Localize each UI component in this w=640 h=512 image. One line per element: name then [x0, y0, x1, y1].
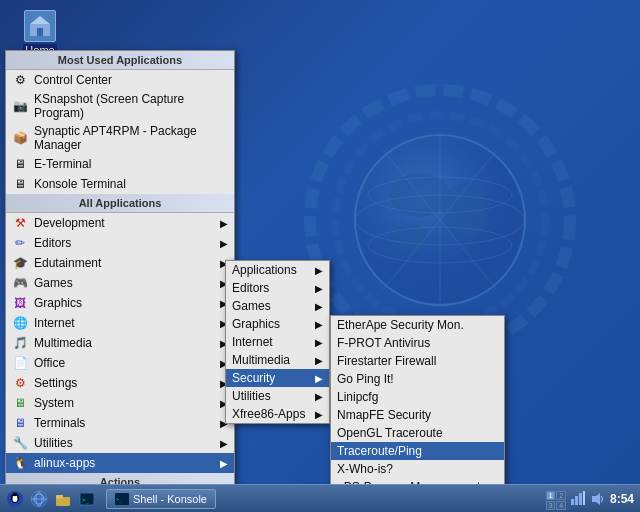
most-used-header: Most Used Applications [6, 51, 234, 70]
pager-cell-1[interactable]: 1 [546, 491, 556, 500]
systray-network-icon[interactable] [570, 491, 586, 507]
control-center-icon: ⚙ [12, 72, 28, 88]
menu-konsole[interactable]: 🖥 Konsole Terminal [6, 174, 234, 194]
arrow-icon: ▶ [315, 337, 323, 348]
taskbar-icon-folder[interactable] [52, 488, 74, 510]
sub2-applications[interactable]: Applications ▶ [226, 261, 329, 279]
taskbar-right: 1 2 3 4 8:54 [540, 491, 640, 507]
office-icon: 📄 [12, 355, 28, 371]
sub3-firestarter[interactable]: Firestarter Firewall [331, 352, 504, 370]
sub3-nmapfe[interactable]: NmapFE Security [331, 406, 504, 424]
sub2-security[interactable]: Security ▶ [226, 369, 329, 387]
taskbar-clock: 8:54 [610, 492, 634, 506]
sub2-graphics[interactable]: Graphics ▶ [226, 315, 329, 333]
systray-volume-icon[interactable] [590, 491, 606, 507]
all-apps-header: All Applications [6, 194, 234, 213]
menu-development[interactable]: ⚒ Development ▶ [6, 213, 234, 233]
pager[interactable]: 1 2 3 4 [546, 491, 566, 507]
terminals-icon: 🖥 [12, 415, 28, 431]
menu-system[interactable]: 🖥 System ▶ [6, 393, 234, 413]
desktop: Home Most Used Applications ⚙ Control Ce… [0, 0, 640, 512]
sub2-games[interactable]: Games ▶ [226, 297, 329, 315]
sub3-fprot[interactable]: F-PROT Antivirus [331, 334, 504, 352]
synaptic-icon: 📦 [12, 130, 28, 146]
svg-marker-34 [592, 493, 600, 505]
editors-icon: ✏ [12, 235, 28, 251]
svg-rect-30 [571, 499, 574, 505]
taskbar: >_ >_ Shell - Konsole 1 2 3 4 [0, 484, 640, 512]
menu-settings[interactable]: ⚙ Settings ▶ [6, 373, 234, 393]
svg-rect-33 [583, 491, 585, 505]
development-icon: ⚒ [12, 215, 28, 231]
menu-multimedia[interactable]: 🎵 Multimedia ▶ [6, 333, 234, 353]
arrow-icon: ▶ [220, 458, 228, 469]
sub2-internet[interactable]: Internet ▶ [226, 333, 329, 351]
taskbar-middle: >_ Shell - Konsole [102, 489, 540, 509]
menu-utilities[interactable]: 🔧 Utilities ▶ [6, 433, 234, 453]
utilities-icon: 🔧 [12, 435, 28, 451]
home-icon-image [24, 10, 56, 42]
taskbar-app-icons: >_ [0, 488, 102, 510]
svg-point-18 [13, 495, 15, 497]
taskbar-icon-browser[interactable] [28, 488, 50, 510]
taskbar-konsole-button[interactable]: >_ Shell - Konsole [106, 489, 216, 509]
taskbar-icon-terminal[interactable]: >_ [76, 488, 98, 510]
multimedia-icon: 🎵 [12, 335, 28, 351]
svg-rect-25 [56, 495, 63, 499]
arrow-icon: ▶ [220, 238, 228, 249]
konsole-icon: 🖥 [12, 176, 28, 192]
submenu-level2: Applications ▶ Editors ▶ Games ▶ Graphic… [225, 260, 330, 424]
arrow-icon: ▶ [220, 218, 228, 229]
menu-synaptic[interactable]: 📦 Synaptic APT4RPM - Package Manager [6, 122, 234, 154]
sub3-opengl-traceroute[interactable]: OpenGL Traceroute [331, 424, 504, 442]
settings-icon: ⚙ [12, 375, 28, 391]
submenu-level3-security: EtherApe Security Mon. F-PROT Antivirus … [330, 315, 505, 497]
sub3-traceroute-ping[interactable]: Traceroute/Ping [331, 442, 504, 460]
menu-office[interactable]: 📄 Office ▶ [6, 353, 234, 373]
menu-control-center[interactable]: ⚙ Control Center [6, 70, 234, 90]
graphics-icon: 🖼 [12, 295, 28, 311]
arrow-icon: ▶ [220, 438, 228, 449]
main-menu: Most Used Applications ⚙ Control Center … [5, 50, 235, 512]
menu-graphics[interactable]: 🖼 Graphics ▶ [6, 293, 234, 313]
arrow-icon: ▶ [315, 301, 323, 312]
arrow-icon: ▶ [315, 409, 323, 420]
pager-cell-3[interactable]: 3 [546, 501, 556, 510]
pager-cell-2[interactable]: 2 [556, 491, 566, 500]
taskbar-icon-penguin[interactable] [4, 488, 26, 510]
svg-rect-32 [579, 493, 582, 505]
svg-marker-13 [30, 16, 50, 24]
menu-ksnapshot[interactable]: 📷 KSnapshot (Screen Capture Program) [6, 90, 234, 122]
menu-alinux-apps[interactable]: 🐧 alinux-apps ▶ [6, 453, 234, 473]
sub2-editors[interactable]: Editors ▶ [226, 279, 329, 297]
arrow-icon: ▶ [315, 265, 323, 276]
svg-rect-14 [37, 28, 43, 36]
sub3-goping[interactable]: Go Ping It! [331, 370, 504, 388]
sub2-xfree86[interactable]: Xfree86-Apps ▶ [226, 405, 329, 423]
svg-rect-31 [575, 496, 578, 505]
arrow-icon: ▶ [315, 391, 323, 402]
svg-text:>_: >_ [116, 496, 123, 503]
arrow-icon: ▶ [315, 373, 323, 384]
svg-point-19 [16, 495, 18, 497]
menu-games[interactable]: 🎮 Games ▶ [6, 273, 234, 293]
sub2-utilities[interactable]: Utilities ▶ [226, 387, 329, 405]
arrow-icon: ▶ [315, 355, 323, 366]
sub2-multimedia[interactable]: Multimedia ▶ [226, 351, 329, 369]
sub3-xwhois[interactable]: X-Who-is? [331, 460, 504, 478]
ksnapshot-icon: 📷 [12, 98, 28, 114]
alinux-icon: 🐧 [12, 455, 28, 471]
sub3-etherape[interactable]: EtherApe Security Mon. [331, 316, 504, 334]
arrow-icon: ▶ [315, 283, 323, 294]
menu-terminals[interactable]: 🖥 Terminals ▶ [6, 413, 234, 433]
pager-cell-4[interactable]: 4 [556, 501, 566, 510]
menu-internet[interactable]: 🌐 Internet ▶ [6, 313, 234, 333]
menu-eterminal[interactable]: 🖥 E-Terminal [6, 154, 234, 174]
eterminal-icon: 🖥 [12, 156, 28, 172]
svg-text:>_: >_ [82, 496, 90, 504]
menu-editors[interactable]: ✏ Editors ▶ [6, 233, 234, 253]
menu-edutainment[interactable]: 🎓 Edutainment ▶ [6, 253, 234, 273]
arrow-icon: ▶ [315, 319, 323, 330]
sub3-linipcfg[interactable]: Linipcfg [331, 388, 504, 406]
internet-icon: 🌐 [12, 315, 28, 331]
